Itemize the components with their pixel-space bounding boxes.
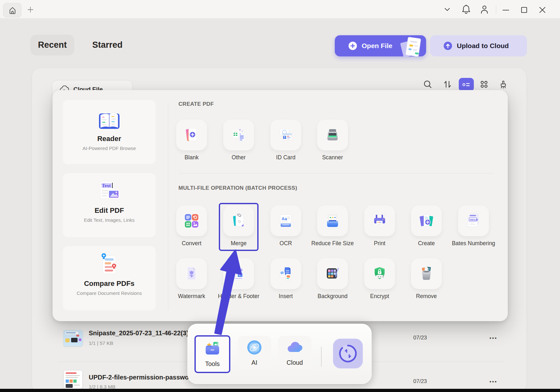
dock-item-label: Tools <box>196 360 229 368</box>
more-options-button[interactable]: ••• <box>490 335 498 341</box>
tool-print[interactable]: Print <box>357 205 402 247</box>
open-file-button[interactable]: Open File <box>335 35 426 56</box>
id-card-icon <box>278 127 293 143</box>
file-name: UPDF-2-files-permission-password <box>89 374 195 381</box>
cloud-icon <box>286 339 304 356</box>
dock-item-label: AI <box>238 359 271 366</box>
tab-starred[interactable]: Starred <box>92 35 123 55</box>
cleanup-button[interactable] <box>498 79 509 90</box>
compare-pdfs-card-subtitle: Compare Document Revisions <box>63 290 156 296</box>
tool-background[interactable]: Background <box>310 258 355 300</box>
file-thumbnail <box>63 370 83 389</box>
open-file-label: Open File <box>362 42 392 50</box>
more-options-button[interactable]: ••• <box>490 379 498 384</box>
sort-button[interactable] <box>442 79 453 90</box>
list-view-icon <box>462 81 471 88</box>
tool-label: Encrypt <box>357 293 402 300</box>
tool-scanner[interactable]: Scanner <box>310 120 355 161</box>
modal-divider <box>168 102 168 310</box>
reader-card[interactable]: Reader AI-Powered PDF Browse <box>63 100 156 164</box>
notifications-button[interactable] <box>461 4 471 14</box>
blank-icon <box>184 127 199 143</box>
search-icon <box>423 79 432 89</box>
ocr-icon: Aa <box>278 213 293 229</box>
grid-view-button[interactable] <box>479 79 490 90</box>
tool-label: Other <box>216 154 261 161</box>
dock-item-ai[interactable]: AI <box>238 336 271 369</box>
tool-insert[interactable]: Insert <box>263 258 308 300</box>
tool-other[interactable]: Other <box>216 120 261 161</box>
upload-to-cloud-label: Upload to Cloud <box>457 42 509 50</box>
tool-label: Convert <box>169 240 214 247</box>
tab-recent[interactable]: Recent <box>30 35 74 55</box>
tool-encrypt[interactable]: ✱✱✱ Encrypt <box>357 258 402 300</box>
broom-icon <box>498 79 508 89</box>
list-view-button[interactable] <box>459 78 474 91</box>
maximize-button[interactable] <box>520 5 529 14</box>
transfer-button[interactable] <box>333 338 363 369</box>
tool-create[interactable]: Create <box>404 205 449 247</box>
documents-illustration <box>396 33 424 61</box>
home-tab[interactable] <box>3 3 21 17</box>
tools-icon <box>204 340 221 357</box>
close-icon <box>538 5 547 14</box>
taskbar-edge <box>0 389 560 392</box>
close-button[interactable] <box>538 5 547 14</box>
tool-merge[interactable]: Merge <box>216 205 261 247</box>
grid-view-icon <box>479 79 489 89</box>
tool-watermark[interactable]: Watermark <box>169 258 214 300</box>
edit-pdf-card-title: Edit PDF <box>63 206 156 215</box>
home-icon <box>8 6 17 14</box>
dropdown-button[interactable] <box>444 7 451 12</box>
encrypt-icon: ✱✱✱ <box>372 266 387 281</box>
file-date: 07/23 <box>413 378 427 385</box>
tool-label: ID Card <box>263 154 308 161</box>
background-icon <box>325 266 340 281</box>
tool-header-footer[interactable]: Header & Footer <box>216 258 261 300</box>
scanner-icon <box>325 127 340 143</box>
tool-label: Blank <box>169 154 214 161</box>
tool-label: Bates Numbering <box>451 240 496 247</box>
ai-icon <box>246 339 263 356</box>
tab-starred-label: Starred <box>92 40 123 50</box>
plus-icon <box>27 6 34 13</box>
tool-label: Background <box>310 293 355 300</box>
tool-bates-numbering[interactable]: 000123 Bates Numbering <box>451 205 496 247</box>
upload-to-cloud-button[interactable]: Upload to Cloud <box>430 35 527 56</box>
reader-icon <box>63 100 156 132</box>
tool-label: Scanner <box>310 154 355 161</box>
tool-label: Header & Footer <box>216 293 261 300</box>
tool-label: OCR <box>263 240 308 247</box>
compare-pdfs-icon <box>63 246 156 277</box>
file-meta: 1/1 | 57 KB <box>89 340 113 346</box>
dock-item-tools[interactable]: Tools <box>194 335 230 373</box>
minimize-button[interactable] <box>501 5 510 14</box>
compare-pdfs-card[interactable]: Compare PDFs Compare Document Revisions <box>63 246 156 310</box>
search-button[interactable] <box>422 79 433 90</box>
transfer-icon <box>337 343 359 364</box>
tool-convert[interactable]: Convert <box>169 205 214 247</box>
plus-circle-icon <box>348 41 357 50</box>
remove-icon <box>419 266 434 281</box>
watermark-icon <box>184 266 199 281</box>
upload-arrow-icon <box>443 41 452 50</box>
edit-pdf-card-subtitle: Edit Text, Images, Links <box>63 217 156 223</box>
insert-icon <box>278 266 293 281</box>
tool-ocr[interactable]: Aa OCR <box>263 205 308 247</box>
dock-item-cloud[interactable]: Cloud <box>278 336 311 369</box>
tool-label: Watermark <box>169 293 214 300</box>
dock-item-label: Cloud <box>278 359 311 366</box>
tool-blank[interactable]: Blank <box>169 120 214 161</box>
tool-reduce-file-size[interactable]: Reduce File Size <box>310 205 355 247</box>
edit-pdf-card[interactable]: Text Edit PDF Edit Text, Images, Links <box>63 173 156 237</box>
tool-id-card[interactable]: ID Card <box>263 120 308 161</box>
edit-icon-text: Text <box>102 183 111 188</box>
section-divider <box>178 173 494 173</box>
tool-remove[interactable]: Remove <box>404 258 449 300</box>
merge-icon <box>231 213 246 229</box>
ocr-icon-text: Aa <box>282 216 287 221</box>
new-tab-button[interactable] <box>27 6 34 13</box>
account-button[interactable] <box>480 4 489 14</box>
dock-divider <box>321 347 322 367</box>
bates-icon-text: 000123 <box>470 218 478 221</box>
